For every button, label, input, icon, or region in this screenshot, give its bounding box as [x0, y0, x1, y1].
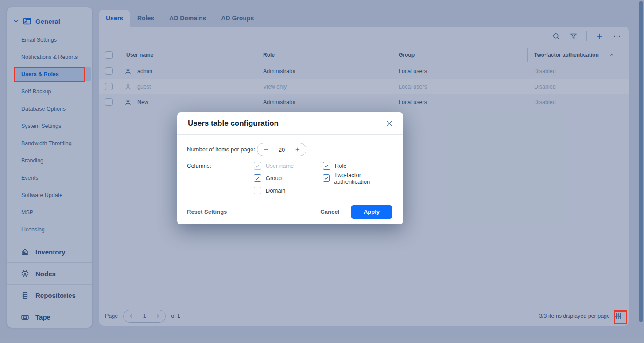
items-per-page-stepper: 20 — [257, 143, 306, 156]
columns-label: Columns: — [187, 162, 254, 169]
dialog-title: Users table configuration — [188, 119, 279, 128]
checkbox-role[interactable]: Role — [323, 162, 392, 170]
checkbox-box — [254, 187, 261, 194]
items-per-page-value: 20 — [279, 146, 285, 153]
checkbox-box — [254, 162, 261, 170]
columns-checkbox-grid: User name Role Group Two-factor authenti… — [254, 162, 392, 194]
check-icon — [324, 163, 329, 169]
increment-icon[interactable] — [295, 146, 301, 153]
dialog-body: Number of items per page: 20 Columns: Us… — [177, 135, 403, 199]
items-per-page-row: Number of items per page: 20 — [187, 143, 392, 156]
cancel-button[interactable]: Cancel — [320, 208, 339, 215]
check-icon — [324, 176, 329, 181]
dialog-header: Users table configuration — [177, 112, 403, 135]
users-table-configuration-dialog: Users table configuration Number of item… — [177, 112, 403, 224]
reset-settings-button[interactable]: Reset Settings — [187, 208, 227, 215]
columns-row: Columns: User name Role Group — [187, 162, 392, 194]
apply-button[interactable]: Apply — [351, 205, 392, 219]
checkbox-box — [254, 174, 261, 182]
checkbox-two-factor[interactable]: Two-factor authentication — [323, 174, 392, 182]
checkbox-user-name[interactable]: User name — [254, 162, 323, 170]
dialog-footer: Reset Settings Cancel Apply — [177, 199, 403, 224]
decrement-icon[interactable] — [263, 146, 269, 153]
checkbox-box — [323, 174, 330, 182]
close-icon[interactable] — [385, 119, 393, 127]
checkbox-box — [323, 162, 330, 170]
app-root: General Email Settings Notifications & R… — [0, 0, 644, 343]
check-icon — [255, 176, 260, 181]
checkbox-group[interactable]: Group — [254, 174, 323, 182]
items-per-page-label: Number of items per page: — [187, 143, 257, 153]
checkbox-domain[interactable]: Domain — [254, 187, 323, 194]
check-icon — [255, 163, 260, 169]
